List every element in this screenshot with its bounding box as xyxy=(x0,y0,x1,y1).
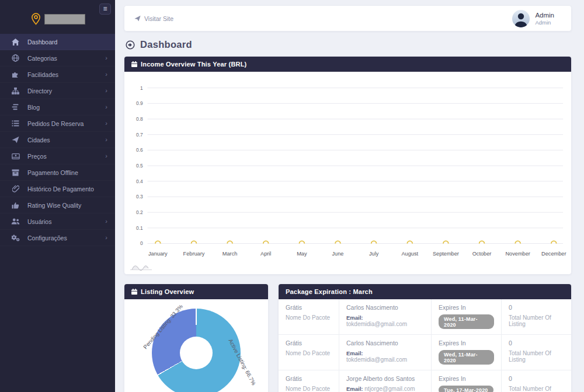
income-line-chart: 10.90.80.70.60.50.40.30.20.10JanuaryFebr… xyxy=(126,76,568,262)
sidebar-item-categorias[interactable]: Categorias › xyxy=(0,50,115,66)
sidebar-item-label: Cidades xyxy=(27,136,50,144)
package-cell: Grátis Nome Do Pacote xyxy=(279,370,339,392)
calendar-icon xyxy=(131,289,137,295)
sidebar-item-historico-de-pagamento[interactable]: Histórico De Pagamento xyxy=(0,181,115,197)
total-count: 0 xyxy=(509,340,564,346)
customer-cell: Carlos Nascimento Email: tokdemidia@gmai… xyxy=(339,335,432,370)
sidebar-item-configuracoes[interactable]: Configurações › xyxy=(0,230,115,246)
sidebar-item-pagamento-offline[interactable]: Pagamento Offline xyxy=(0,164,115,181)
user-name: Admin xyxy=(535,11,554,19)
sidebar-item-dashboard[interactable]: Dashboard xyxy=(0,34,115,50)
svg-text:1: 1 xyxy=(140,85,143,91)
svg-text:March: March xyxy=(223,251,238,257)
globe-icon xyxy=(11,54,20,62)
svg-text:0.2: 0.2 xyxy=(136,209,143,215)
svg-text:April: April xyxy=(260,251,271,257)
logo-image xyxy=(44,14,85,24)
hamburger-menu-button[interactable]: ≡ xyxy=(99,4,111,15)
customer-cell: Carlos Nascimento Email: tokdemidia@gmai… xyxy=(339,299,432,334)
total-count-label: Total Number Of Listing xyxy=(509,314,564,327)
sidebar-item-label: Usuários xyxy=(27,218,51,225)
page-title-row: Dashboard xyxy=(126,39,570,50)
customer-email: Email: ntjorge@gmail.com xyxy=(346,386,424,392)
svg-text:November: November xyxy=(505,251,530,257)
chevron-right-icon: › xyxy=(105,218,107,225)
total-count: 0 xyxy=(509,304,564,311)
income-panel-title: Income Overview This Year (BRL) xyxy=(141,61,246,68)
sidebar-item-label: Configurações xyxy=(27,235,67,242)
table-row: Grátis Nome Do Pacote Carlos Nascimento … xyxy=(279,299,571,335)
expires-cell: Expires In Tue, 17-Mar-2020 xyxy=(432,370,502,392)
customer-email: Email: tokdemidia@gmail.com xyxy=(346,314,424,327)
svg-text:October: October xyxy=(472,251,492,257)
sidebar-item-label: Pagamento Offline xyxy=(27,169,78,176)
expires-cell: Expires In Wed, 11-Mar-2020 xyxy=(432,299,502,334)
total-cell: 0 Total Number Of Listing xyxy=(502,335,571,370)
svg-text:0.8: 0.8 xyxy=(136,116,143,122)
sidebar-item-label: Pedidos De Reserva xyxy=(27,120,84,127)
sidebar-header: ≡ xyxy=(0,0,115,34)
chevron-right-icon: › xyxy=(105,88,107,94)
chevron-right-icon: › xyxy=(105,153,107,159)
svg-text:0.3: 0.3 xyxy=(136,194,143,200)
svg-text:0.7: 0.7 xyxy=(136,132,143,138)
total-count-label: Total Number Of Listing xyxy=(509,386,564,392)
customer-cell: Jorge Alberto dos Santos Email: ntjorge@… xyxy=(339,370,432,392)
svg-text:0.1: 0.1 xyxy=(136,225,143,231)
gears-icon xyxy=(11,235,20,242)
chevron-right-icon: › xyxy=(105,120,107,127)
svg-text:May: May xyxy=(297,251,307,257)
archive-box-icon xyxy=(11,169,20,176)
total-cell: 0 Total Number Of Listing xyxy=(502,299,571,334)
page-title: Dashboard xyxy=(140,39,192,50)
listing-overview-panel: Listing Overview Pending Listing: 33.3% … xyxy=(124,284,268,392)
stream-lines-icon xyxy=(11,104,20,110)
listing-panel-title: Listing Overview xyxy=(141,288,194,295)
sidebar-item-label: Facilidades xyxy=(27,71,58,78)
thumbs-up-icon xyxy=(11,202,20,209)
sidebar: ≡ Dashboard Categorias › xyxy=(0,0,115,392)
user-role: Admin xyxy=(535,19,554,26)
listing-panel-header: Listing Overview xyxy=(124,284,268,299)
table-row: Grátis Nome Do Pacote Carlos Nascimento … xyxy=(279,335,571,370)
mini-wave-icon xyxy=(130,263,154,271)
user-menu[interactable]: Admin Admin xyxy=(512,10,561,27)
paper-plane-icon xyxy=(134,15,141,22)
package-expiration-panel: Package Expiration : March Grátis Nome D… xyxy=(279,284,571,392)
sidebar-item-label: Directory xyxy=(27,88,52,94)
chevron-right-icon: › xyxy=(105,235,107,241)
total-cell: 0 Total Number Of Listing xyxy=(502,370,571,392)
calendar-icon xyxy=(131,61,137,67)
svg-text:February: February xyxy=(183,251,205,257)
home-icon xyxy=(11,38,20,46)
users-icon xyxy=(11,218,20,225)
package-name: Grátis xyxy=(286,340,332,346)
svg-text:January: January xyxy=(148,251,168,257)
expires-label: Expires In xyxy=(439,304,494,311)
sidebar-item-pedidos-de-reserva[interactable]: Pedidos De Reserva › xyxy=(0,116,115,132)
list-icon xyxy=(11,120,20,127)
sidebar-item-directory[interactable]: Directory › xyxy=(0,83,115,99)
package-cell: Grátis Nome Do Pacote xyxy=(279,299,339,334)
expires-label: Expires In xyxy=(439,375,494,382)
money-bill-icon xyxy=(11,153,20,159)
sidebar-item-cidades[interactable]: Cidades › xyxy=(0,132,115,148)
svg-text:August: August xyxy=(401,251,418,257)
svg-text:0.9: 0.9 xyxy=(136,100,143,106)
visit-site-link[interactable]: Visitar Site xyxy=(134,15,173,22)
sidebar-item-rating-wise-quality[interactable]: Rating Wise Quality xyxy=(0,197,115,214)
sidebar-item-usuarios[interactable]: Usuários › xyxy=(0,214,115,230)
customer-email: Email: tokdemidia@gmail.com xyxy=(346,350,424,363)
package-name: Grátis xyxy=(286,375,332,382)
svg-text:0.4: 0.4 xyxy=(136,178,143,184)
sidebar-item-blog[interactable]: Blog › xyxy=(0,99,115,116)
sitemap-icon xyxy=(11,88,20,94)
sidebar-item-precos[interactable]: Preços › xyxy=(0,148,115,164)
table-row: Grátis Nome Do Pacote Jorge Alberto dos … xyxy=(279,370,571,392)
expiry-date-badge: Wed, 11-Mar-2020 xyxy=(439,314,494,329)
package-panel-title: Package Expiration : March xyxy=(286,288,373,295)
sidebar-item-facilidades[interactable]: Facilidades › xyxy=(0,66,115,83)
map-pin-icon xyxy=(31,13,41,25)
svg-text:June: June xyxy=(332,251,344,257)
chevron-right-icon: › xyxy=(105,104,107,110)
